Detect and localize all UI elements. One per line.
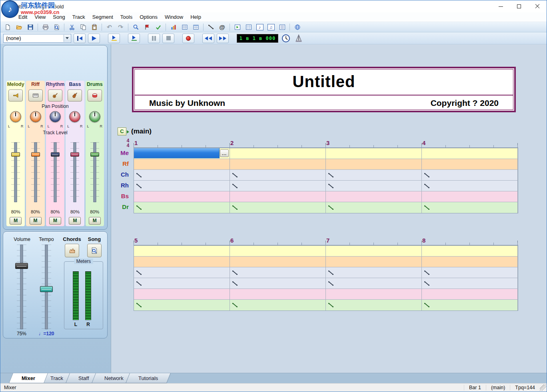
piano-roll-button[interactable] [266, 22, 276, 32]
fast-forward-button[interactable] [217, 34, 229, 43]
validate-button[interactable] [153, 22, 164, 32]
table-view-button[interactable] [190, 22, 201, 32]
copy-button[interactable] [78, 22, 88, 32]
chart-button[interactable] [168, 22, 179, 32]
stop-button[interactable] [162, 34, 174, 43]
melody-level-slider[interactable] [11, 142, 20, 202]
chords-row[interactable] [134, 267, 518, 278]
save-file-button[interactable] [25, 22, 36, 32]
slider-handle[interactable] [31, 152, 40, 157]
menu-item-segment[interactable]: Segment [89, 13, 117, 21]
marker-button[interactable] [142, 22, 152, 32]
drums-pan-knob[interactable] [89, 111, 100, 122]
menu-item-tools[interactable]: Tools [117, 13, 136, 21]
notation-view-button[interactable] [254, 22, 265, 32]
menu-item-options[interactable]: Options [136, 13, 161, 21]
menu-item-help[interactable]: Help [187, 13, 205, 21]
resize-grip[interactable] [540, 384, 546, 391]
pause-button[interactable] [148, 34, 160, 43]
bass-mute-button[interactable]: M [69, 217, 81, 225]
section-icon[interactable]: C [118, 127, 126, 135]
slider-handle[interactable] [51, 152, 60, 157]
chords-button[interactable] [65, 244, 79, 257]
riff-mute-button[interactable]: M [30, 217, 42, 225]
clock-button[interactable] [281, 33, 291, 44]
bass-pan-knob[interactable] [69, 111, 80, 122]
rhythm-instrument-button[interactable] [48, 90, 62, 101]
play-segment-button[interactable] [128, 34, 140, 43]
rhythm-row[interactable] [134, 278, 518, 289]
web-button[interactable] [292, 22, 303, 32]
riff-row[interactable] [134, 159, 518, 170]
riff-row[interactable] [134, 257, 518, 267]
tab-tutorials[interactable]: Tutorials [126, 373, 171, 383]
slider-handle[interactable] [11, 152, 20, 157]
riff-pan-knob[interactable] [30, 111, 41, 122]
melody-mute-button[interactable]: M [10, 217, 22, 225]
undo-button[interactable] [104, 22, 115, 32]
print-preview-button[interactable] [51, 22, 62, 32]
record-button[interactable] [182, 34, 194, 43]
redo-button[interactable] [115, 22, 126, 32]
melody-row[interactable]: ... [134, 148, 518, 159]
minimize-button[interactable] [491, 0, 510, 12]
at-mention-button[interactable] [217, 22, 228, 32]
melody-row[interactable] [134, 246, 518, 257]
close-button[interactable] [528, 0, 547, 12]
maximize-button[interactable] [510, 0, 528, 12]
tempo-handle[interactable] [40, 286, 53, 292]
riff-instrument-button[interactable] [28, 90, 43, 101]
bar-ruler-1[interactable]: 1 2 3 4 [134, 139, 518, 148]
menu-item-edit[interactable]: Edit [15, 13, 31, 21]
skip-to-start-button[interactable] [74, 34, 86, 43]
more-button[interactable]: ... [220, 149, 229, 157]
rhythm-level-slider[interactable] [51, 142, 60, 202]
repeat-sign-button[interactable] [206, 22, 216, 32]
master-volume-slider[interactable] [17, 245, 26, 329]
rhythm-mute-button[interactable]: M [49, 217, 61, 225]
melody-pan-knob[interactable] [10, 111, 21, 122]
menu-item-song[interactable]: Song [49, 13, 68, 21]
paste-button[interactable] [89, 22, 100, 32]
chords-row[interactable] [134, 170, 518, 181]
cut-button[interactable] [66, 22, 77, 32]
slider-handle[interactable] [70, 152, 79, 157]
drums-mute-button[interactable]: M [89, 217, 101, 225]
tempo-slider[interactable] [42, 245, 51, 329]
song-button[interactable] [87, 244, 102, 257]
bass-row[interactable] [134, 191, 518, 202]
bar-ruler-2[interactable]: 5 6 7 8 [134, 236, 518, 245]
melody-instrument-button[interactable] [8, 90, 23, 101]
open-file-button[interactable] [14, 22, 24, 32]
event-grid-button[interactable] [243, 22, 254, 32]
drums-instrument-button[interactable] [88, 90, 102, 101]
grid-view-button[interactable] [179, 22, 190, 32]
slider-handle[interactable] [90, 152, 99, 157]
drums-row[interactable] [134, 202, 518, 213]
zoom-button[interactable] [130, 22, 141, 32]
play-button[interactable] [88, 34, 100, 43]
new-file-button[interactable] [2, 22, 13, 32]
selected-region[interactable] [134, 148, 220, 158]
bass-level-slider[interactable] [70, 142, 79, 202]
print-button[interactable] [40, 22, 51, 32]
rewind-button[interactable] [202, 34, 214, 43]
rhythm-row[interactable] [134, 181, 518, 191]
menu-item-track[interactable]: Track [69, 13, 89, 21]
style-dropdown[interactable]: (none) [3, 34, 71, 43]
volume-handle[interactable] [15, 263, 28, 269]
play-from-button[interactable] [108, 34, 120, 43]
song-title-box[interactable]: Untitled Music by Unknown Copyright ? 20… [132, 67, 516, 112]
metronome-button[interactable] [293, 33, 304, 44]
drums-level-slider[interactable] [90, 142, 99, 202]
riff-level-slider[interactable] [31, 142, 40, 202]
menu-item-view[interactable]: View [31, 13, 49, 21]
chevron-down-icon[interactable] [64, 35, 70, 42]
bass-row[interactable] [134, 289, 518, 300]
event-list-button[interactable] [277, 22, 287, 32]
rhythm-pan-knob[interactable] [50, 111, 61, 122]
drums-row[interactable] [134, 300, 518, 310]
segment-view-button[interactable] [232, 22, 243, 32]
tab-mixer[interactable]: Mixer [9, 373, 48, 383]
bass-instrument-button[interactable] [68, 90, 82, 101]
